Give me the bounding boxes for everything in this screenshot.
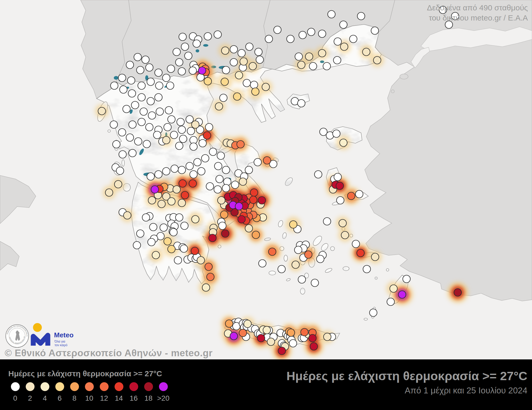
station-dot — [192, 121, 199, 128]
meteo-tagline: Όλα για — [54, 340, 65, 343]
station-dot — [133, 242, 141, 249]
station-dot — [287, 329, 295, 337]
station-dot — [142, 56, 149, 64]
station-dot — [310, 343, 318, 350]
meteo-logo-sun — [33, 323, 42, 332]
station-dot — [160, 224, 168, 231]
station-dot — [235, 203, 243, 210]
station-dot — [197, 257, 205, 264]
station-dot — [371, 27, 379, 35]
station-dot — [198, 67, 206, 74]
station-dot — [308, 28, 315, 36]
station-dot — [371, 253, 379, 261]
station-dot — [204, 78, 212, 85]
station-dot — [146, 124, 153, 131]
station-dot — [163, 136, 170, 144]
legend-item: 14 — [111, 382, 126, 402]
station-dot — [263, 157, 271, 164]
station-dot — [147, 173, 155, 180]
station-dot — [222, 166, 230, 174]
station-dot — [155, 94, 162, 101]
station-dot — [287, 35, 294, 43]
station-dot — [148, 197, 156, 204]
map-period: Από 1 μέχρι και 25 Ιουλίου 2024 — [287, 386, 527, 395]
station-dot — [352, 240, 360, 248]
station-dot — [138, 94, 145, 101]
station-dot — [209, 234, 216, 242]
station-dot — [137, 230, 144, 237]
station-dot — [110, 121, 118, 128]
station-dot — [298, 61, 305, 69]
station-dot — [164, 124, 171, 131]
station-dot — [250, 189, 258, 196]
station-dot — [185, 52, 192, 60]
station-dot — [246, 43, 253, 51]
station-dot — [217, 152, 225, 160]
station-dot — [298, 276, 306, 283]
station-dot — [178, 199, 186, 207]
station-dot — [348, 192, 355, 200]
station-dot — [147, 98, 155, 105]
station-dot — [173, 48, 181, 56]
station-dot — [263, 326, 271, 334]
legend-item: 4 — [37, 382, 52, 402]
station-dot — [295, 53, 303, 60]
station-dot — [290, 221, 297, 228]
station-dot — [123, 105, 130, 113]
station-dot — [168, 116, 175, 123]
legend-item: 0 — [8, 382, 23, 402]
station-dot — [235, 72, 243, 79]
station-dot — [150, 223, 157, 231]
station-dot — [177, 118, 184, 126]
station-dot — [190, 171, 197, 178]
station-dot — [126, 134, 134, 141]
observatory-seal-logo: ΕΘΝΙΚΟΝ ΑΣΤΕΡΟΣΚΟΠΕΙΟΝ ΑΘΗΝΩΝ NATIONAL O… — [4, 321, 29, 347]
station-dot — [178, 166, 186, 174]
station-dot — [116, 167, 124, 175]
station-dot — [292, 261, 300, 269]
station-dot — [230, 332, 238, 340]
station-dot — [309, 334, 316, 342]
station-dot — [156, 108, 164, 115]
legend-item: 16 — [126, 382, 141, 402]
station-dot — [174, 257, 182, 264]
station-dot — [240, 58, 248, 65]
station-dot — [274, 26, 281, 34]
station-dot — [269, 248, 276, 256]
logos-block: ΕΘΝΙΚΟΝ ΑΣΤΕΡΟΣΚΟΠΕΙΟΝ ΑΘΗΝΩΝ NATIONAL O… — [4, 321, 92, 351]
station-dot — [189, 180, 197, 187]
station-dot — [202, 284, 210, 291]
station-dot — [295, 246, 302, 254]
station-dot — [230, 59, 238, 66]
station-dot — [154, 131, 161, 139]
station-dot — [214, 186, 222, 193]
station-dot — [138, 82, 145, 90]
station-dot — [218, 197, 225, 204]
legend-item: >20 — [156, 382, 171, 402]
station-dot — [323, 218, 331, 225]
station-dot — [129, 121, 136, 128]
station-dot — [215, 162, 222, 170]
station-dot — [214, 31, 222, 38]
station-dot — [204, 33, 212, 40]
station-dot — [219, 222, 226, 230]
legend-swatch — [144, 382, 153, 391]
station-dot — [350, 35, 357, 43]
station-dot — [341, 43, 348, 51]
station-dot — [239, 329, 247, 337]
station-dot — [363, 265, 371, 273]
station-dot — [305, 251, 312, 258]
legend-item: 6 — [52, 382, 67, 402]
station-dot — [333, 130, 340, 138]
station-dot — [336, 182, 344, 190]
station-dot — [199, 140, 207, 147]
station-dot — [135, 138, 142, 145]
station-dot — [178, 68, 186, 75]
station-dot — [237, 141, 244, 148]
station-dot — [318, 50, 326, 57]
station-dot — [179, 180, 187, 187]
station-dot — [128, 77, 135, 84]
attribution-line1: Δεδομένα από 490 σταθμούς — [427, 3, 528, 13]
station-dot — [138, 118, 145, 126]
station-dot — [181, 43, 189, 51]
